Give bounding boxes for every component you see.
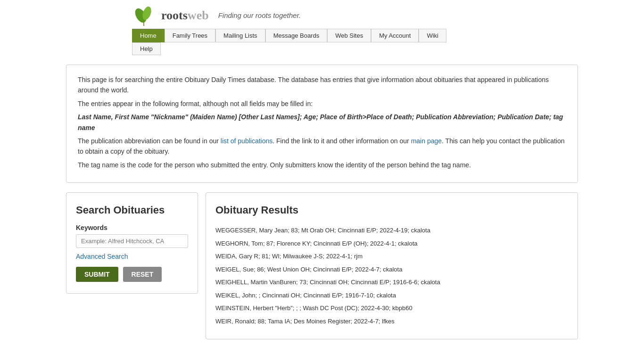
main-page-link[interactable]: main page — [411, 137, 442, 145]
result-item: WEIGHELL, Martin VanBuren; 73; Cincinnat… — [215, 276, 568, 289]
info-line4-mid: . Find the link to it and other informat… — [272, 137, 411, 145]
nav-message-boards[interactable]: Message Boards — [265, 29, 328, 42]
info-line2: The entries appear in the following form… — [78, 99, 566, 109]
result-item: WEGHORN, Tom; 87; Florence KY; Cincinnat… — [215, 237, 568, 250]
nav-my-account[interactable]: My Account — [371, 29, 419, 42]
nav-mailing-lists[interactable]: Mailing Lists — [215, 29, 265, 42]
nav-bar: Home Family Trees Mailing Lists Message … — [132, 29, 644, 42]
info-box: This page is for searching the entire Ob… — [66, 65, 578, 183]
header: rootsweb Finding our roots together. — [0, 0, 644, 26]
search-title: Search Obituaries — [76, 204, 188, 216]
result-item: WEIR, Ronald; 88; Tama IA; Des Moines Re… — [215, 315, 568, 328]
logo-leaves-icon — [132, 5, 156, 26]
nav-row2: Help — [0, 42, 644, 55]
info-line4: The publication abbreviation can be foun… — [78, 136, 566, 157]
search-results-area: Search Obituaries Keywords Advanced Sear… — [66, 192, 578, 339]
logo-text: rootsweb — [161, 8, 209, 23]
info-line4-prefix: The publication abbreviation can be foun… — [78, 137, 221, 145]
keywords-label: Keywords — [76, 224, 188, 231]
reset-button[interactable]: RESET — [123, 267, 162, 282]
nav-help[interactable]: Help — [132, 42, 161, 55]
nav-family-trees[interactable]: Family Trees — [165, 29, 215, 42]
info-line1: This page is for searching the entire Ob… — [78, 74, 566, 96]
result-item: WEINSTEIN, Herbert "Herb"; ; ; Wash DC P… — [215, 302, 568, 315]
keywords-input[interactable] — [76, 234, 188, 248]
submit-button[interactable]: SUBMIT — [76, 267, 118, 282]
navigation: Home Family Trees Mailing Lists Message … — [0, 26, 644, 42]
info-line3: Last Name, First Name "Nickname" (Maiden… — [78, 112, 566, 133]
list-of-publications-link[interactable]: list of publications — [221, 137, 273, 145]
nav-home[interactable]: Home — [132, 29, 165, 42]
search-panel: Search Obituaries Keywords Advanced Sear… — [66, 192, 198, 294]
result-item: WEIKEL, John; ; Cincinnati OH; Cincinnat… — [215, 289, 568, 302]
nav-wiki[interactable]: Wiki — [419, 29, 446, 42]
main-content: This page is for searching the entire Ob… — [0, 55, 644, 349]
info-line5: The tag name is the code for the person … — [78, 160, 566, 170]
logo-area: rootsweb Finding our roots together. — [132, 5, 301, 26]
results-list: WEGGESSER, Mary Jean; 83; Mt Orab OH; Ci… — [215, 224, 568, 328]
results-panel: Obituary Results WEGGESSER, Mary Jean; 8… — [206, 192, 578, 339]
tagline: Finding our roots together. — [218, 11, 301, 19]
result-item: WEIDA, Gary R; 81; WI; Milwaukee J-S; 20… — [215, 250, 568, 263]
search-buttons: SUBMIT RESET — [76, 267, 188, 282]
results-title: Obituary Results — [215, 204, 568, 216]
nav-web-sites[interactable]: Web Sites — [327, 29, 371, 42]
result-item: WEGGESSER, Mary Jean; 83; Mt Orab OH; Ci… — [215, 224, 568, 237]
result-item: WEIGEL, Sue; 86; West Union OH; Cincinna… — [215, 263, 568, 276]
advanced-search-link[interactable]: Advanced Search — [76, 253, 188, 260]
